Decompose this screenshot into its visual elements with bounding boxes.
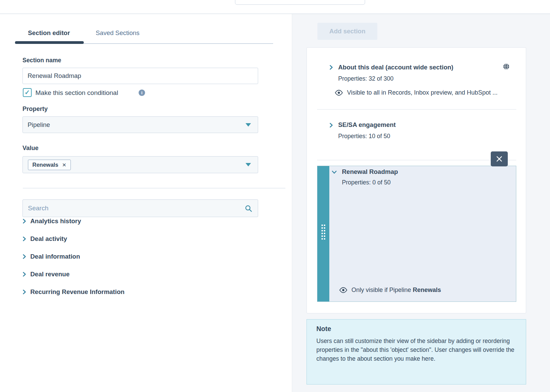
remove-tag-icon[interactable]: ✕ <box>62 162 66 167</box>
cutoff-dropdown-button[interactable] <box>235 0 365 5</box>
renewal-visibility-value: Renewals <box>413 287 441 293</box>
property-search <box>22 199 258 217</box>
about-section-properties: Properties: 32 of 300 <box>338 75 393 82</box>
section-name-label: Section name <box>22 57 61 64</box>
chevron-down-icon <box>246 163 251 166</box>
value-tag-label: Renewals <box>32 162 58 168</box>
note-callout: Note Users can still customize their vie… <box>307 319 526 385</box>
renewal-roadmap-section: Renewal Roadmap Properties: 0 of 50 Only… <box>317 166 516 302</box>
category-deal-revenue[interactable]: Deal revenue <box>22 270 69 279</box>
search-input[interactable] <box>23 200 258 217</box>
active-tab-indicator <box>15 41 84 44</box>
sesa-section-properties: Properties: 10 of 50 <box>338 133 390 140</box>
category-label: Recurring Revenue Information <box>30 288 125 296</box>
renewal-section-properties: Properties: 0 of 50 <box>342 179 391 186</box>
category-recurring-revenue[interactable]: Recurring Revenue Information <box>22 288 125 296</box>
chevron-right-icon <box>22 254 26 259</box>
chevron-right-icon <box>22 236 26 242</box>
search-icon <box>245 205 252 214</box>
sesa-section-title: SE/SA engagement <box>338 121 396 129</box>
expand-sesa-section-icon[interactable] <box>329 122 333 128</box>
category-analytics-history[interactable]: Analytics history <box>22 217 81 226</box>
category-deal-activity[interactable]: Deal activity <box>22 234 67 243</box>
renewal-visibility-text: Only visible if Pipeline Renewals <box>351 287 441 294</box>
drag-handle[interactable] <box>321 225 325 240</box>
section-editor-page: Section editor Saved Sections Section na… <box>0 0 550 392</box>
close-section-button[interactable] <box>491 151 508 166</box>
category-label: Deal information <box>30 253 80 260</box>
section-divider <box>317 109 516 110</box>
conditional-checkbox-label: Make this section conditional <box>35 89 118 97</box>
section-divider <box>317 160 516 160</box>
property-dropdown-value: Pipeline <box>28 121 50 129</box>
chevron-down-icon <box>246 123 251 127</box>
section-name-input[interactable] <box>22 68 258 84</box>
property-label: Property <box>22 105 48 113</box>
chevron-right-icon <box>22 218 26 224</box>
about-section-title: About this deal (account wide section) <box>338 64 453 71</box>
note-title: Note <box>316 325 331 333</box>
value-multiselect[interactable]: Renewals ✕ <box>22 156 258 173</box>
property-dropdown[interactable]: Pipeline <box>22 116 258 133</box>
about-visibility-text: Visible to all in Records, Inbox preview… <box>347 89 498 96</box>
tab-section-editor[interactable]: Section editor <box>28 29 70 37</box>
value-label: Value <box>22 145 38 152</box>
close-icon <box>496 155 503 163</box>
note-body: Users can still customize their view of … <box>316 337 515 363</box>
category-label: Deal activity <box>30 235 67 243</box>
sidebar-preview-card: About this deal (account wide section) P… <box>307 47 526 313</box>
globe-icon <box>503 63 509 71</box>
eye-icon <box>339 287 347 293</box>
category-label: Analytics history <box>30 217 81 225</box>
chevron-right-icon <box>22 272 26 277</box>
collapse-renewal-section-icon[interactable] <box>332 170 337 174</box>
value-tag: Renewals ✕ <box>28 160 71 170</box>
conditional-checkbox[interactable] <box>23 88 32 97</box>
tab-saved-sections[interactable]: Saved Sections <box>96 29 140 37</box>
eye-icon <box>335 90 343 96</box>
chevron-right-icon <box>22 289 26 295</box>
info-icon[interactable] <box>139 89 145 96</box>
category-label: Deal revenue <box>30 271 69 278</box>
form-divider <box>23 188 285 189</box>
category-deal-information[interactable]: Deal information <box>22 252 80 261</box>
add-section-button[interactable]: Add section <box>317 23 377 40</box>
renewal-section-title: Renewal Roadmap <box>342 168 398 176</box>
top-divider <box>0 14 550 14</box>
expand-about-section-icon[interactable] <box>329 65 333 70</box>
